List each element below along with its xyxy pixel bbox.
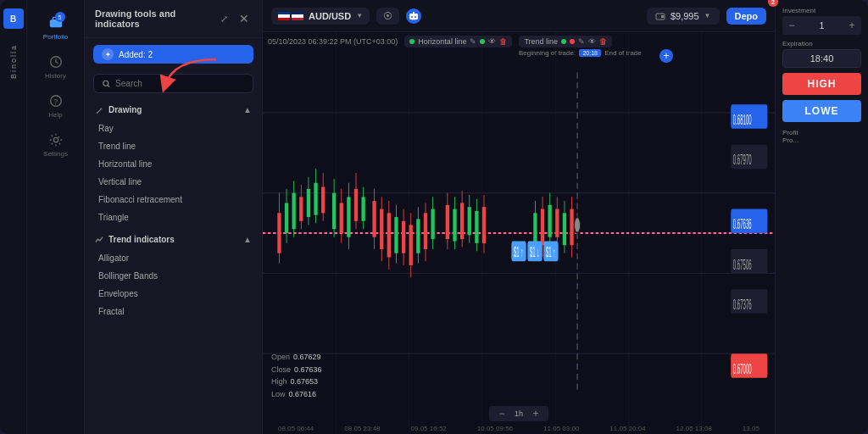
deposit-button[interactable]: Depo [726,8,767,25]
svg-point-11 [415,16,416,18]
chart-ohlc: Open0.67629 Close0.67636 High0.67653 Low… [271,351,322,400]
trend-indicators-header[interactable]: Trend indicators ▲ [85,230,262,249]
panel-title: Drawing tools and indicators [95,8,220,29]
green-dot-3 [561,39,566,44]
svg-text:0.67000: 0.67000 [733,361,752,377]
edit-icon[interactable]: ✎ [470,37,476,46]
tool-envelopes[interactable]: Envelopes [85,285,262,303]
svg-rect-12 [413,12,415,14]
tool-fractal[interactable]: Fractal [85,303,262,320]
chart-toolbar: 05/10/2023 06:39:22 PM (UTC+03:00) Horiz… [268,36,612,47]
svg-text:0.68100: 0.68100 [733,112,752,128]
zoom-controls: − 1h + [489,406,548,421]
tool-fibonacci[interactable]: Fibonacci retracement [85,191,262,209]
eye-icon-2[interactable]: 👁 [588,37,596,46]
portfolio-icon-wrap: 5 [48,14,64,31]
tool-trend-line[interactable]: Trend line [85,137,262,155]
tool-alligator[interactable]: Alligator [85,249,262,267]
robot-badge[interactable]: 2 [406,8,421,24]
pencil-icon [95,106,103,114]
chart-area: AUD/USD ▼ ⦿ 2 [263,0,775,434]
investment-stepper: − 1 + [782,16,861,35]
au-flag [278,12,290,20]
currency-chevron-icon: ▼ [356,12,363,19]
zoom-out-button[interactable]: − [496,408,508,420]
green-dot-2 [480,39,485,44]
drawing-chevron-icon: ▲ [243,105,252,114]
chart-canvas: 05/10/2023 06:39:22 PM (UTC+03:00) Horiz… [263,32,775,434]
investment-value: 1 [801,21,843,31]
expand-icon[interactable]: ⤢ [220,14,228,25]
search-box [93,74,253,93]
trend-line-indicator: Trend line ✎ 👁 🗑 [519,36,612,47]
balance-button[interactable]: $9,995 ▼ [647,8,720,25]
help-icon: ? [48,93,64,108]
green-dot [409,39,415,44]
svg-point-10 [411,16,413,18]
search-icon [103,80,110,88]
portfolio-badge: 5 [55,12,65,22]
investment-increase-button[interactable]: + [843,16,861,35]
nav-sidebar: 5 Portfolio History ? Help Settings [27,0,85,434]
svg-rect-14 [415,19,416,19]
eye-icon[interactable]: 👁 [488,37,496,46]
wallet-icon [655,11,665,21]
indicators-bars-icon: ⦿ [383,11,392,21]
low-button[interactable]: LOWE [782,100,861,122]
zoom-interval: 1h [515,409,523,418]
sidebar-item-portfolio[interactable]: 5 Portfolio [27,7,84,47]
chart-background: 05/10/2023 06:39:22 PM (UTC+03:00) Horiz… [263,32,775,434]
currency-selector[interactable]: AUD/USD ▼ [271,8,370,25]
added-badge[interactable]: ✦ Added: 2 [93,45,253,64]
tool-triangle[interactable]: Triangle [85,209,262,226]
drawing-tools-panel: Drawing tools and indicators ⤢ ✕ ✦ Added… [85,0,263,434]
balance-chevron-icon: ▼ [704,12,711,19]
delete-trend-icon[interactable]: 🗑 [599,37,607,46]
svg-text:$1 ↓: $1 ↓ [530,245,539,261]
svg-point-95 [575,217,581,233]
trend-line-label: Trend line [524,37,558,46]
chart-time-axis: 08.05 06:44 08.05 23:48 09.05 16:52 10.0… [263,425,775,432]
chart-header: AUD/USD ▼ ⦿ 2 [263,0,775,32]
expiration-label: Expiration [782,40,861,47]
chart-svg: 0.68100 0.67970 0.67636 0.67506 0.67376 … [263,32,775,434]
svg-rect-13 [412,19,414,19]
tool-horizontal-line[interactable]: Horizontal line [85,155,262,173]
tool-bollinger[interactable]: Bollinger Bands [85,267,262,285]
close-panel-icon[interactable]: ✕ [236,11,252,26]
indicators-button[interactable]: ⦿ [376,8,399,25]
currency-pair-text: AUD/USD [309,11,351,21]
sidebar-item-history[interactable]: History [27,47,84,86]
high-button[interactable]: HIGH [782,73,861,95]
tool-vertical-line[interactable]: Vertical line [85,173,262,191]
expiration-value: 18:40 [782,49,861,68]
zoom-in-button[interactable]: + [530,408,542,420]
svg-text:0.67506: 0.67506 [733,257,752,273]
search-input[interactable] [115,79,244,88]
svg-rect-16 [661,15,664,18]
tool-ray[interactable]: Ray [85,120,262,137]
brand-logo: B [3,8,24,29]
brand-name: Binolla [9,44,18,79]
robot-icon [409,11,419,21]
svg-point-6 [103,81,108,86]
trend-chevron-icon: ▲ [243,235,252,244]
us-flag [292,12,303,20]
red-dot [570,39,575,44]
edit-icon-2[interactable]: ✎ [578,37,585,46]
history-icon [48,54,64,70]
investment-field: Investment − 1 + [782,7,861,35]
svg-text:$1 ↑: $1 ↑ [514,245,523,261]
trend-indicators-title: Trend indicators [95,235,175,244]
svg-line-7 [108,85,109,86]
investment-decrease-button[interactable]: − [782,16,801,35]
drawing-section-header[interactable]: Drawing ▲ [85,100,262,120]
sidebar-item-settings[interactable]: Settings [27,125,84,164]
svg-text:0.67636: 0.67636 [733,217,752,233]
delete-horizontal-icon[interactable]: 🗑 [499,37,507,46]
svg-text:$1 ↑: $1 ↑ [546,245,555,261]
svg-text:0.67970: 0.67970 [733,153,752,169]
svg-rect-9 [409,14,418,19]
sidebar-item-help[interactable]: ? Help [27,86,84,125]
drawing-section-title: Drawing [95,105,142,114]
